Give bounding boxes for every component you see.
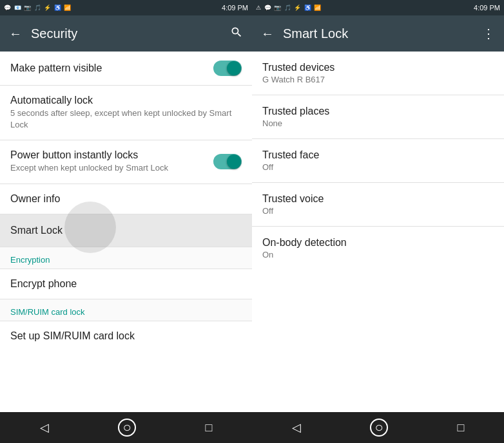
smart-lock-title: Smart Lock <box>10 225 63 236</box>
setting-smart-lock[interactable]: Smart Lock <box>0 214 252 247</box>
encrypt-phone-title: Encrypt phone <box>10 278 242 290</box>
trusted-voice-subtitle: Off <box>262 206 494 216</box>
setting-sim-lock[interactable]: Set up SIM/RUIM card lock <box>0 321 252 351</box>
setting-encrypt-phone[interactable]: Encrypt phone <box>0 269 252 299</box>
left-status-icons-left: 💬 📧 📷 🎵 ⚡ ♿ 📶 <box>4 5 72 11</box>
left-nav-back[interactable]: ◁ <box>30 415 59 440</box>
right-screen: ⚠ 💬 📷 🎵 ⚡ ♿ 📶 4:09 PM ← Smart Lock ⋮ Tru… <box>252 0 504 443</box>
left-nav-recent[interactable]: □ <box>195 416 222 440</box>
trusted-voice-title: Trusted voice <box>262 193 494 205</box>
make-pattern-title: Make pattern visible <box>10 62 213 74</box>
left-content: Make pattern visible Automatically lock … <box>0 52 252 412</box>
setting-owner-info[interactable]: Owner info <box>0 184 252 214</box>
left-status-bar: 💬 📧 📷 🎵 ⚡ ♿ 📶 4:09 PM <box>0 0 252 15</box>
trusted-face-subtitle: Off <box>262 162 494 172</box>
right-status-icons-right: 4:09 PM <box>474 4 500 12</box>
left-time: 4:09 PM <box>222 4 248 12</box>
right-status-bar: ⚠ 💬 📷 🎵 ⚡ ♿ 📶 4:09 PM <box>252 0 504 15</box>
right-back-icon[interactable]: ← <box>260 26 275 41</box>
setting-make-pattern-visible[interactable]: Make pattern visible <box>0 52 252 86</box>
power-button-subtitle: Except when kept unlocked by Smart Lock <box>10 162 213 174</box>
encryption-header: Encryption <box>0 247 252 269</box>
trusted-places-row[interactable]: Trusted places None <box>252 95 504 139</box>
trusted-devices-title: Trusted devices <box>262 62 494 73</box>
left-search-icon[interactable] <box>229 26 244 42</box>
make-pattern-toggle[interactable] <box>213 61 242 76</box>
trusted-places-subtitle: None <box>262 118 494 128</box>
trusted-devices-subtitle: G Watch R B617 <box>262 75 494 84</box>
make-pattern-knob <box>227 61 241 75</box>
auto-lock-subtitle: 5 seconds after sleep, except when kept … <box>10 108 242 131</box>
on-body-detection-title: On-body detection <box>262 237 494 249</box>
sim-ruim-header: SIM/RUIM card lock <box>0 299 252 321</box>
auto-lock-title: Automatically lock <box>10 95 242 106</box>
left-back-icon[interactable]: ← <box>8 26 23 41</box>
power-button-knob <box>227 155 241 169</box>
left-toolbar: ← Security <box>0 15 252 52</box>
left-nav-bar: ◁ ○ □ <box>0 412 252 443</box>
trusted-places-title: Trusted places <box>262 106 494 117</box>
left-status-icons-right: 4:09 PM <box>222 4 248 12</box>
left-toolbar-title: Security <box>31 26 221 41</box>
trusted-voice-row[interactable]: Trusted voice Off <box>252 183 504 227</box>
trusted-face-title: Trusted face <box>262 149 494 161</box>
setting-auto-lock[interactable]: Automatically lock 5 seconds after sleep… <box>0 86 252 140</box>
right-toolbar-title: Smart Lock <box>283 26 473 41</box>
power-button-toggle[interactable] <box>213 154 242 169</box>
right-nav-bar: ◁ ○ □ <box>252 412 504 443</box>
right-toolbar: ← Smart Lock ⋮ <box>252 15 504 52</box>
right-more-icon[interactable]: ⋮ <box>481 26 496 41</box>
on-body-detection-row[interactable]: On-body detection On <box>252 227 504 270</box>
right-nav-back[interactable]: ◁ <box>282 415 311 440</box>
owner-info-title: Owner info <box>10 193 242 205</box>
right-nav-home[interactable]: ○ <box>370 419 388 437</box>
power-button-title: Power button instantly locks <box>10 149 213 161</box>
left-screen: 💬 📧 📷 🎵 ⚡ ♿ 📶 4:09 PM ← Security Make pa… <box>0 0 252 443</box>
on-body-detection-subtitle: On <box>262 250 494 259</box>
right-time: 4:09 PM <box>474 4 500 12</box>
trusted-face-row[interactable]: Trusted face Off <box>252 139 504 183</box>
right-nav-recent[interactable]: □ <box>447 416 474 440</box>
right-notification-icons: ⚠ 💬 📷 🎵 ⚡ ♿ 📶 <box>256 5 322 11</box>
trusted-devices-row[interactable]: Trusted devices G Watch R B617 <box>252 52 504 95</box>
right-status-icons-left: ⚠ 💬 📷 🎵 ⚡ ♿ 📶 <box>256 5 322 11</box>
notification-icons: 💬 📧 📷 🎵 ⚡ ♿ 📶 <box>4 5 72 11</box>
left-nav-home[interactable]: ○ <box>118 419 136 437</box>
right-content: Trusted devices G Watch R B617 Trusted p… <box>252 52 504 412</box>
sim-lock-title: Set up SIM/RUIM card lock <box>10 330 242 342</box>
setting-power-button[interactable]: Power button instantly locks Except when… <box>0 140 252 184</box>
